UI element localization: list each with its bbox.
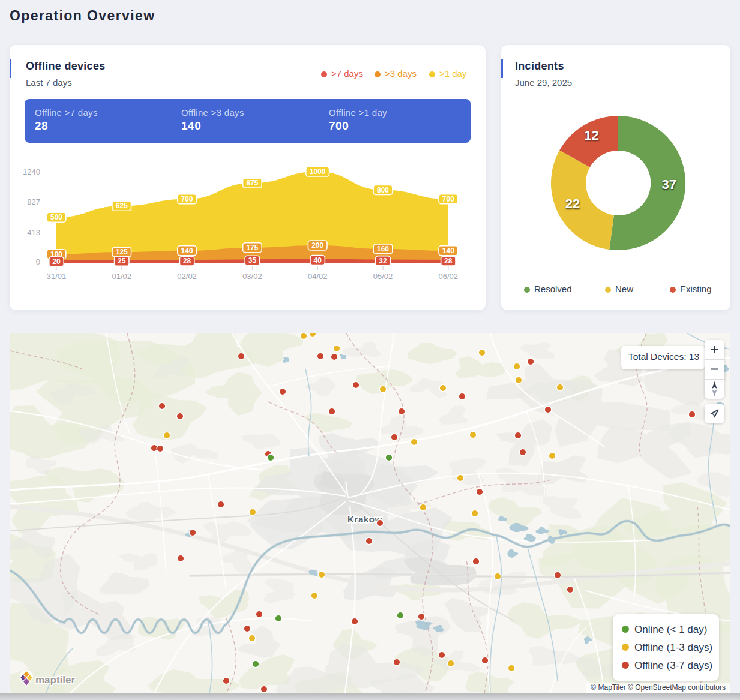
svg-text:827: 827 [27,197,40,206]
svg-text:700: 700 [442,195,454,203]
svg-text:140: 140 [181,247,193,255]
svg-text:22: 22 [565,196,580,211]
svg-text:700: 700 [181,195,193,203]
svg-text:25: 25 [118,257,126,265]
svg-text:12: 12 [584,128,598,143]
svg-text:01/02: 01/02 [112,272,132,281]
svg-text:125: 125 [116,248,128,256]
svg-text:04/02: 04/02 [308,272,328,281]
svg-text:06/02: 06/02 [439,272,459,281]
svg-text:40: 40 [314,256,322,265]
svg-text:28: 28 [183,257,191,265]
svg-text:1240: 1240 [23,167,40,176]
svg-text:175: 175 [246,244,258,252]
svg-text:200: 200 [311,241,323,250]
svg-text:0: 0 [36,257,40,266]
svg-text:maptiler: maptiler [35,674,76,686]
svg-text:35: 35 [248,256,257,265]
svg-text:32: 32 [379,257,387,265]
svg-text:37: 37 [662,177,676,192]
svg-text:140: 140 [442,247,454,255]
svg-text:1000: 1000 [310,167,326,176]
svg-text:875: 875 [246,179,258,187]
svg-text:28: 28 [444,257,453,265]
svg-text:31/01: 31/01 [47,272,67,281]
svg-text:20: 20 [52,257,61,266]
svg-text:500: 500 [50,213,62,221]
svg-text:05/02: 05/02 [373,272,393,281]
svg-text:02/02: 02/02 [177,272,197,281]
svg-text:413: 413 [27,228,40,237]
svg-text:800: 800 [377,186,389,194]
svg-text:03/02: 03/02 [242,272,262,281]
svg-text:625: 625 [116,202,128,210]
svg-text:160: 160 [377,245,389,253]
